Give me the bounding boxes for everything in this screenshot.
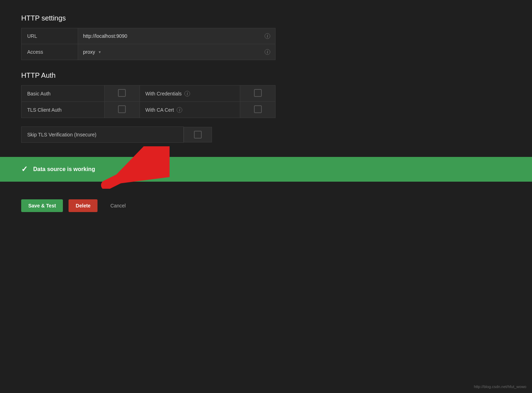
skip-tls-checkbox[interactable] [194, 131, 202, 139]
save-test-button[interactable]: Save & Test [21, 199, 63, 212]
http-auth-title: HTTP Auth [21, 71, 261, 80]
with-ca-cert-checkbox-cell[interactable] [240, 102, 276, 118]
watermark: http://blog.csdn.net/hfut_wowo [474, 385, 526, 389]
with-credentials-checkbox-cell[interactable] [240, 86, 276, 102]
skip-tls-checkbox-cell[interactable] [184, 127, 212, 142]
with-ca-cert-checkbox[interactable] [254, 105, 262, 113]
cancel-button[interactable]: Cancel [103, 199, 133, 212]
basic-auth-checkbox[interactable] [118, 89, 126, 97]
access-info-icon[interactable]: i [265, 49, 270, 55]
url-info-icon[interactable]: i [265, 33, 270, 39]
access-row: Access proxy ▼ i [22, 44, 276, 60]
access-value-cell[interactable]: proxy ▼ i [78, 44, 276, 60]
success-banner: ✓ Data source is working [0, 157, 532, 182]
skip-tls-label: Skip TLS Verification (Insecure) [21, 127, 184, 143]
button-row: Save & Test Delete Cancel [21, 199, 261, 212]
skip-tls-row: Skip TLS Verification (Insecure) [21, 127, 212, 143]
http-auth-table: Basic Auth With Credentials i TLS Client… [21, 85, 276, 118]
red-arrow [99, 146, 170, 189]
basic-auth-row: Basic Auth With Credentials i [22, 86, 276, 102]
url-label: URL [22, 28, 78, 44]
delete-button[interactable]: Delete [69, 199, 97, 212]
http-settings-table: URL http://localhost:9090 i Access proxy… [21, 28, 276, 60]
basic-auth-checkbox-cell[interactable] [104, 86, 140, 102]
access-dropdown-arrow: ▼ [98, 50, 101, 54]
with-ca-cert-label: With CA Cert [146, 107, 174, 113]
url-row: URL http://localhost:9090 i [22, 28, 276, 44]
with-ca-cert-label-cell: With CA Cert i [140, 102, 240, 118]
url-value-cell: http://localhost:9090 i [78, 28, 276, 44]
access-value: proxy [83, 49, 95, 55]
basic-auth-label: Basic Auth [22, 86, 105, 102]
checkmark-icon: ✓ [21, 165, 28, 174]
http-settings-title: HTTP settings [21, 14, 261, 22]
url-value: http://localhost:9090 [83, 33, 127, 39]
tls-client-auth-row: TLS Client Auth With CA Cert i [22, 102, 276, 118]
with-ca-cert-info-icon[interactable]: i [177, 107, 182, 113]
with-credentials-label-cell: With Credentials i [140, 86, 240, 102]
tls-client-auth-checkbox[interactable] [118, 105, 126, 113]
with-credentials-label: With Credentials [146, 91, 182, 96]
success-message: Data source is working [33, 166, 95, 172]
with-credentials-checkbox[interactable] [254, 89, 262, 97]
access-label: Access [22, 44, 78, 60]
tls-client-auth-checkbox-cell[interactable] [104, 102, 140, 118]
with-credentials-info-icon[interactable]: i [184, 91, 190, 96]
tls-client-auth-label: TLS Client Auth [22, 102, 105, 118]
